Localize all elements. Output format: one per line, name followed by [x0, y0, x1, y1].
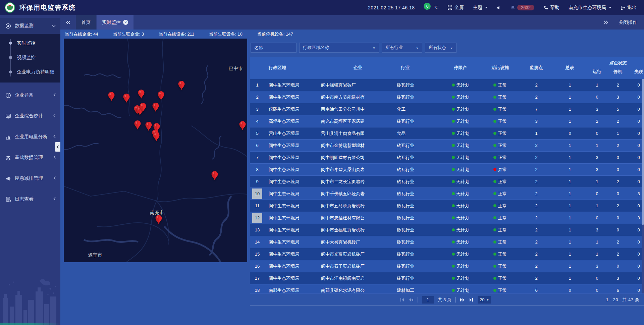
- logout-button[interactable]: 退出: [621, 5, 637, 11]
- org-menu-button[interactable]: 南充市生态环境局: [569, 5, 611, 11]
- app-root: 环保用电监管系统 2021-02-25 17:46:18 0 ℃ 全屏 主题 2…: [0, 0, 644, 325]
- industry-filter-select[interactable]: 所有行业 ∨: [382, 43, 422, 53]
- green-dot-icon: [452, 253, 455, 256]
- sidebar-item-0[interactable]: 数据监测: [0, 18, 60, 34]
- cell-facility-status: 正常: [481, 203, 520, 209]
- temperature-badge: 0: [424, 3, 431, 10]
- cell-down-count: 0: [607, 191, 628, 196]
- cell-facility-status: 正常: [481, 143, 520, 149]
- cell-point-status: 120: [587, 83, 644, 88]
- sidebar-footer-decor: [0, 323, 60, 325]
- last-page-button[interactable]: [469, 298, 474, 302]
- cell-stop-status: 无计划: [440, 179, 481, 185]
- double-chevron-right-icon[interactable]: [604, 20, 608, 24]
- status-filter-select[interactable]: 所有状态 ∨: [425, 43, 457, 53]
- cell-facility-status: 正常: [481, 239, 520, 245]
- close-operations-button[interactable]: 关闭操作: [619, 19, 637, 25]
- table-row[interactable]: 15阆中生态环境局阆中市光富页岩机砖厂砖瓦行业无计划正常21120: [250, 248, 644, 260]
- table-row[interactable]: 12阆中生态环境局阆中市忠信建材有限公砖瓦行业无计划正常21003: [250, 212, 644, 224]
- table-row[interactable]: 9阆中生态环境局阆中市二龙长宝页岩砖砖瓦行业无计划正常21120: [250, 175, 644, 187]
- table-row[interactable]: 1阆中生态环境局阆中强锐页岩砖厂砖瓦行业无计划正常21120: [250, 79, 644, 91]
- region-filter-select[interactable]: 行政区域名称 ∨: [299, 43, 379, 53]
- table-row[interactable]: 14阆中生态环境局阆中大兴页岩机砖厂砖瓦行业无计划正常21120: [250, 236, 644, 248]
- col-header-company: 企业: [321, 57, 397, 79]
- page-size-select[interactable]: 20 ▼: [478, 296, 491, 304]
- sidebar-item-5[interactable]: 应急减排管理: [0, 170, 60, 186]
- cell-region: 阆中生态环境局: [265, 263, 321, 269]
- logout-label: 退出: [627, 5, 637, 11]
- green-dot-icon: [493, 84, 496, 87]
- sidebar-subitem-2[interactable]: 企业电力负荷明细: [0, 65, 60, 79]
- tab-1[interactable]: 实时监控✕: [97, 15, 133, 30]
- green-dot-icon: [452, 132, 455, 135]
- total-count-label: 共 47 条: [622, 297, 639, 302]
- cell-total-meter: 1: [553, 107, 587, 112]
- notification-widget[interactable]: 2632: [511, 5, 534, 10]
- sidebar-item-1[interactable]: 企业异常: [0, 87, 60, 103]
- next-page-button[interactable]: [460, 298, 465, 302]
- cell-point-status: 300: [587, 264, 644, 269]
- cell-industry: 食品: [397, 130, 440, 137]
- sidebar-item-3[interactable]: 企业用电量分析: [0, 129, 60, 145]
- sidebar-subitem-1[interactable]: 视频监控: [0, 50, 60, 65]
- cell-company: 阆中市石子页岩机砖厂: [321, 263, 397, 269]
- enterprise-table: 行政区域 企业 行业 停限产 治污设施 监测点 总表 点位状态: [250, 57, 644, 293]
- sidebar-item-2[interactable]: 企业综合统计: [0, 108, 60, 124]
- cell-index: 18: [250, 285, 265, 293]
- table-row[interactable]: 8阆中生态环境局阆中市枣碧大梁山页岩砖瓦行业无计划异常21300: [250, 163, 644, 175]
- cell-total-meter: 1: [553, 83, 587, 88]
- table-row[interactable]: 18南部生态环境局南部县砒化水泥有限公建材加工无计划正常60060: [250, 284, 644, 293]
- col-header-run: 运行: [587, 69, 607, 75]
- tab-bar: 首页实时监控✕ 关闭操作: [60, 15, 644, 30]
- sidebar-item-4[interactable]: 基础数据管理: [0, 150, 60, 166]
- cell-industry: 砖瓦行业: [397, 82, 440, 88]
- table-row[interactable]: 10阆中生态环境局阆中千佛镇五郎垭页岩砖瓦行业无计划正常21003: [250, 187, 644, 200]
- cell-facility-status: 正常: [481, 118, 520, 124]
- table-row[interactable]: 6阆中生态环境局阆中市金博瑞新型墙材砖瓦行业无计划正常21120: [250, 139, 644, 151]
- cell-facility-status: 正常: [481, 251, 520, 257]
- prev-page-button[interactable]: [409, 298, 414, 302]
- cell-facility-status: 正常: [481, 215, 520, 221]
- sidebar-subitem-0[interactable]: 实时监控: [0, 36, 60, 50]
- prev-page-icon: [409, 298, 414, 302]
- sidebar-collapse-button[interactable]: [55, 142, 60, 152]
- chevron-down-icon: [485, 7, 488, 8]
- cell-point-status: 030: [587, 95, 644, 100]
- table-row[interactable]: 16阆中生态环境局阆中市石子页岩机砖厂砖瓦行业无计划正常21300: [250, 260, 644, 272]
- green-dot-icon: [452, 240, 455, 243]
- cell-monitor-count: 1: [520, 131, 553, 136]
- tabs-scroll-left-button[interactable]: [60, 15, 76, 30]
- table-row[interactable]: 17阆中生态环境局阆中市江南镇阆南页岩砖瓦行业无计划正常21030: [250, 272, 644, 284]
- sidebar-item-6[interactable]: 日志查看: [0, 191, 60, 207]
- cell-point-status: 300: [587, 155, 644, 160]
- name-filter-input[interactable]: [254, 45, 293, 50]
- chevron-down-icon: ∨: [450, 46, 453, 50]
- table-row[interactable]: 13阆中生态环境局阆中市金福旺页岩机砖砖瓦行业无计划正常21300: [250, 224, 644, 236]
- table-row[interactable]: 5营山生态环境局营山县润丰肉食品有限食品无计划正常10010: [250, 127, 644, 139]
- map-panel[interactable]: 巴中市南充市遂宁市: [64, 39, 247, 262]
- tab-0[interactable]: 首页: [76, 15, 96, 30]
- cell-run-count: 1: [587, 252, 607, 257]
- table-row[interactable]: 11阆中生态环境局阆中市五马桥页岩机砖砖瓦行业无计划正常21120: [250, 200, 644, 212]
- sidebar-item-label: 企业异常: [15, 92, 34, 98]
- first-page-button[interactable]: [400, 298, 405, 302]
- cell-region: 高坪生态环境局: [265, 118, 321, 124]
- cell-facility-status: 正常: [481, 106, 520, 112]
- cell-facility-status: 异常: [481, 167, 520, 173]
- help-button[interactable]: 帮助: [543, 5, 559, 11]
- name-filter-field[interactable]: [251, 43, 297, 53]
- table-row[interactable]: 2阆中生态环境局阆中市南方节能建材有砖瓦行业无计划正常21030: [250, 91, 644, 103]
- mute-button[interactable]: [497, 5, 501, 10]
- page-number-input[interactable]: [422, 296, 434, 304]
- menu-gap: [0, 207, 60, 212]
- theme-menu-button[interactable]: 主题: [473, 5, 488, 11]
- cell-down-count: 3: [607, 95, 628, 100]
- table-row[interactable]: 4高坪生态环境局南充市高坪区王家店建砖瓦行业无计划正常31220: [250, 115, 644, 127]
- table-row[interactable]: 3仪陇生态环境局西南油气田分公司川中化工无计划正常71350: [250, 103, 644, 115]
- cell-down-count: 2: [607, 83, 628, 88]
- scrollbar-thumb[interactable]: [642, 79, 644, 225]
- table-scrollbar[interactable]: [642, 79, 644, 293]
- tab-close-icon[interactable]: ✕: [123, 20, 128, 25]
- table-row[interactable]: 7阆中生态环境局阆中明阳建材有限公司砖瓦行业无计划正常21300: [250, 151, 644, 163]
- fullscreen-button[interactable]: 全屏: [447, 5, 464, 11]
